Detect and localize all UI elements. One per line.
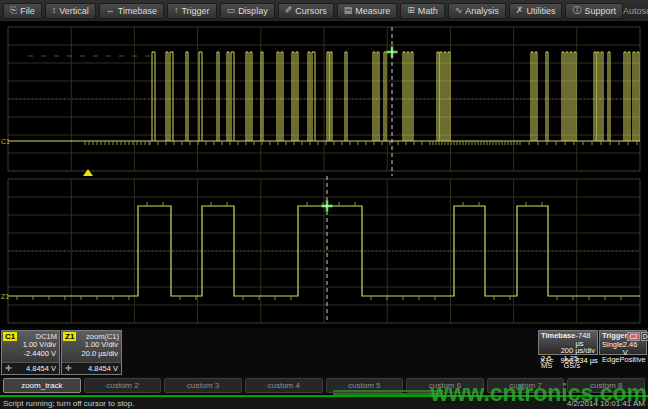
menu-item-support[interactable]: ⓘ Support	[565, 3, 623, 19]
timebase-panel[interactable]: Timebase -748 µs 200 µs/div 2.5 MS 1.25 …	[538, 330, 598, 355]
menu-item-label: Analysis	[465, 6, 499, 16]
menu-item-timebase[interactable]: ↔ Timebase	[99, 3, 164, 19]
x1-label: X1=	[540, 356, 554, 365]
menu-item-icon: ⎘	[10, 6, 17, 15]
menu-item-label: Cursors	[295, 6, 327, 16]
z1-timebase: 20.0 µs/div	[62, 350, 121, 359]
bottom-button-custom-4[interactable]: custom 4	[245, 378, 323, 393]
bottom-button-custom-3[interactable]: custom 3	[164, 378, 242, 393]
trigger-coupling-badge: DC	[641, 332, 648, 341]
menu-item-label: Utilities	[526, 6, 555, 16]
menu-item-display[interactable]: ▭ Display	[220, 3, 275, 19]
menu-item-icon: ✐	[285, 6, 293, 15]
menu-item-utilities[interactable]: ✗ Utilities	[509, 3, 563, 19]
svg-text:Z1: Z1	[1, 293, 9, 300]
menu-item-list: ⎘ File ↕ Vertical ↔ Timebase ↑ Trigger	[3, 3, 623, 19]
menu-item-label: Timebase	[118, 6, 157, 16]
autoset-label: Autoset	[623, 6, 648, 16]
menu-item-label: File	[20, 6, 35, 16]
menu-item-math[interactable]: ⊞ Math	[400, 3, 445, 19]
menu-item-vertical[interactable]: ↕ Vertical	[45, 3, 96, 19]
trigger-type: Edge	[602, 356, 620, 364]
menu-item-label: Measure	[355, 6, 390, 16]
cursor-cross-icon: ✛	[65, 365, 72, 373]
bottom-button-label: zoom_track	[21, 381, 62, 390]
trigger-mode: Single	[602, 341, 623, 356]
zoom-z1-descriptor[interactable]: Z1 zoom(C1) 1.00 V/div 20.0 µs/div ✛ 4.8…	[61, 330, 122, 375]
menu-item-label: Display	[238, 6, 268, 16]
menu-item-icon: ⓘ	[572, 6, 581, 15]
bottom-button-zoom-track[interactable]: zoom_track	[3, 378, 81, 393]
scope-display[interactable]: C1Z1	[0, 22, 648, 328]
z1-cursor-readout: ✛ 4.8454 V	[62, 362, 121, 374]
menu-item-analysis[interactable]: ∿ Analysis	[448, 3, 506, 19]
menu-item-icon: ↑	[174, 6, 179, 15]
menu-right: Autoset Undo ↶	[623, 1, 648, 20]
c1-readout-value: 4.8454 V	[26, 364, 56, 373]
timebase-delay: -748 µs	[575, 332, 595, 347]
menu-item-cursors[interactable]: ✐ Cursors	[278, 3, 334, 19]
menu-item-trigger[interactable]: ↑ Trigger	[167, 3, 217, 19]
c1-badge: C1	[3, 332, 17, 341]
bottom-button-label: custom 3	[187, 381, 219, 390]
z1-readout-value: 4.8454 V	[88, 364, 118, 373]
timebase-title: Timebase	[541, 332, 575, 347]
menu-item-icon: ↔	[106, 6, 115, 15]
waveform-canvas[interactable]: C1Z1	[0, 22, 648, 328]
menu-item-file[interactable]: ⎘ File	[3, 3, 42, 19]
trigger-level: 2.46 V	[623, 341, 644, 356]
bottom-button-label: custom 4	[267, 381, 299, 390]
menu-item-label: Support	[584, 6, 616, 16]
bottom-button-label: custom 2	[106, 381, 138, 390]
menu-item-measure[interactable]: ▤ Measure	[337, 3, 398, 19]
trigger-panel[interactable]: Trigger C2 DC Single 2.46 V Edge Positiv…	[599, 330, 647, 355]
menu-item-icon: ▭	[227, 6, 236, 15]
menu-item-icon: ↕	[52, 6, 57, 15]
trigger-slope: Positive	[620, 356, 646, 364]
menu-item-icon: ▤	[344, 6, 353, 15]
timebase-header: Timebase -748 µs	[541, 332, 595, 347]
c1-offset: -2.4400 V	[2, 350, 59, 359]
x1-value: 950.834 µs	[561, 356, 598, 365]
c1-cursor-readout: ✛ 4.8454 V	[2, 362, 59, 374]
watermark-lines	[333, 389, 443, 396]
svg-text:C1: C1	[1, 138, 10, 145]
watermark: www.cntronics.com	[431, 380, 647, 407]
channel-c1-descriptor[interactable]: C1 DC1M 1.00 V/div -2.4400 V ✛ 4.8454 V	[1, 330, 60, 375]
bottom-button-custom-2[interactable]: custom 2	[84, 378, 162, 393]
menu-item-label: Math	[418, 6, 438, 16]
x1-cursor-readout: X1= 950.834 µs	[540, 356, 598, 365]
z1-badge: Z1	[63, 332, 76, 341]
menu-item-icon: ✗	[516, 6, 524, 15]
menu-item-label: Trigger	[181, 6, 209, 16]
menu-item-label: Vertical	[59, 6, 89, 16]
oscilloscope-app: ⎘ File ↕ Vertical ↔ Timebase ↑ Trigger	[0, 0, 648, 409]
menu-item-icon: ∿	[455, 6, 463, 15]
menu-bar: ⎘ File ↕ Vertical ↔ Timebase ↑ Trigger	[0, 0, 648, 22]
menu-item-icon: ⊞	[407, 6, 415, 15]
descriptor-row: C1 DC1M 1.00 V/div -2.4400 V ✛ 4.8454 V …	[0, 328, 648, 377]
status-message: Script running; turn off cursor to stop.	[3, 399, 134, 408]
cursor-cross-icon: ✛	[5, 365, 12, 373]
